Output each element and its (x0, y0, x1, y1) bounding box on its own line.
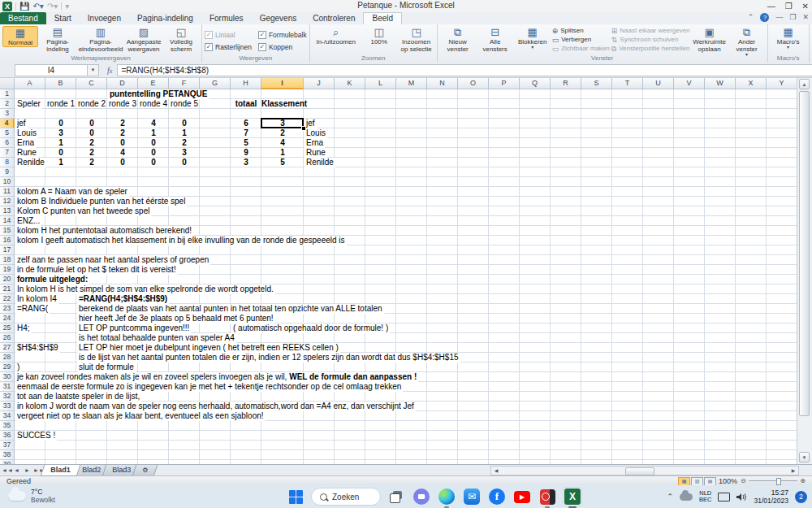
in-uitzoomen-button[interactable]: ⌕In-/uitzoomen (313, 26, 360, 46)
cell-A2[interactable]: Speler (15, 99, 42, 109)
weather-widget[interactable]: 7°C Bewolkt (8, 488, 55, 504)
insert-function-icon[interactable]: fx (107, 66, 112, 75)
cell-A19[interactable]: in de formule let op het $ teken dit is … (15, 265, 178, 275)
column-header-B[interactable]: B (45, 78, 76, 89)
row-header-10[interactable]: 10 (0, 177, 15, 187)
selected-cell-outline[interactable] (261, 118, 304, 128)
column-header-O[interactable]: O (458, 78, 489, 89)
search-box[interactable]: Zoeken (311, 488, 381, 506)
column-header-K[interactable]: K (335, 78, 365, 89)
tab-formules[interactable]: Formules (201, 12, 252, 24)
synchroon-schuiven-button[interactable]: ⇅Synchroon schuiven (611, 36, 690, 44)
row-header-27[interactable]: 27 (0, 343, 15, 353)
speaker-icon[interactable] (736, 493, 747, 501)
row-header-15[interactable]: 15 (0, 226, 15, 236)
zichtbaar-maken-button[interactable]: ▭Zichtbaar maken (552, 45, 610, 53)
column-header-V[interactable]: V (674, 78, 705, 89)
cell-A6[interactable]: Erna (15, 138, 36, 148)
naast-elkaar-weergeven-button[interactable]: ⊞Naast elkaar weergeven (611, 27, 690, 35)
cell-F7[interactable]: 3 (169, 148, 200, 158)
cell-F8[interactable]: 0 (169, 158, 200, 167)
checkbox-koppen[interactable]: ✓Koppen (258, 41, 307, 53)
column-header-C[interactable]: C (76, 78, 107, 89)
horizontal-scroll-thumb[interactable] (625, 467, 654, 475)
cell-E4[interactable]: 4 (138, 119, 169, 128)
youtube-button[interactable]: ▶ (512, 487, 532, 506)
cell-A22[interactable]: In kolom I4 (15, 294, 58, 304)
splitsen-button[interactable]: ⊕Splitsen (552, 27, 610, 35)
cell-E8[interactable]: 0 (138, 158, 169, 167)
sheet-tab-blad1[interactable]: Blad1 (41, 465, 80, 476)
row-header-1[interactable]: 1 (0, 89, 15, 99)
vensterpositie-herstellen-button[interactable]: ⧉Vensterpositie herstellen (611, 45, 690, 53)
cell-C2[interactable]: ronde 2 (76, 99, 107, 109)
blokkeren-button[interactable]: ▦Blokkeren▾ (515, 26, 551, 50)
row-header-32[interactable]: 32 (0, 392, 15, 402)
cell-A21[interactable]: In kolom H is het simpel de som van elke… (15, 284, 275, 294)
row-header-24[interactable]: 24 (0, 314, 15, 323)
horizontal-scrollbar[interactable]: ◀ ▶ (490, 466, 799, 475)
aangepaste-weergaven-button[interactable]: ▨Aangepaste weergaven (126, 26, 162, 53)
cell-J5[interactable]: Louis (304, 128, 327, 138)
workbook-minimize-icon[interactable]: — (775, 13, 783, 22)
column-header-W[interactable]: W (705, 78, 736, 89)
cell-A4[interactable]: jef (15, 119, 28, 128)
cell-F6[interactable]: 2 (169, 138, 200, 148)
cell-I5[interactable]: 2 (261, 128, 304, 138)
cell-C22[interactable]: =RANG(H4;$H$4:$H$9) (77, 294, 169, 304)
column-header-P[interactable]: P (489, 78, 520, 89)
cell-I8[interactable]: 5 (261, 158, 304, 167)
cell-E2[interactable]: ronde 4 (138, 99, 169, 109)
cell-H7[interactable]: 9 (231, 148, 261, 158)
cell-H4[interactable]: 6 (231, 119, 261, 128)
cell-I6[interactable]: 4 (261, 138, 304, 148)
row-header-21[interactable]: 21 (0, 284, 15, 294)
row-header-8[interactable]: 8 (0, 158, 15, 167)
cell-A18[interactable]: zelf aan te passen naar het aantal spele… (15, 255, 210, 265)
row-header-22[interactable]: 22 (0, 294, 15, 304)
cell-D1[interactable]: puntentelling PETANQUE (108, 89, 209, 99)
cell-C24[interactable]: hier heeft Jef de 3e plaats op 5 behaald… (77, 314, 275, 323)
column-header-I[interactable]: I (261, 78, 304, 89)
scroll-right-icon[interactable]: ▶ (788, 467, 798, 475)
scroll-left-icon[interactable]: ◀ (491, 467, 501, 475)
row-header-20[interactable]: 20 (0, 275, 15, 284)
cell-H6[interactable]: 5 (231, 138, 261, 148)
tab-gegevens[interactable]: Gegevens (252, 12, 305, 24)
cell-F5[interactable]: 1 (169, 128, 200, 138)
sheet-nav-buttons[interactable]: ◄◄ ◄ ► ►► (2, 466, 42, 475)
row-header-3[interactable]: 3 (0, 109, 15, 119)
cell-E7[interactable]: 0 (138, 148, 169, 158)
cell-D5[interactable]: 2 (107, 128, 138, 138)
keyboard-language[interactable]: NLD BEC (699, 490, 711, 503)
cell-A34[interactable]: vergeet niet op te slaan als je klaar be… (15, 411, 266, 421)
checkbox-rasterlijnen[interactable]: ✓Rasterlijnen (205, 41, 252, 53)
restore-button[interactable]: ❐ (785, 0, 793, 12)
cell-A20[interactable]: formule uitgelegd: (15, 275, 89, 284)
column-header-M[interactable]: M (396, 78, 427, 89)
scroll-up-icon[interactable]: ▲ (799, 79, 810, 89)
inzoomen-op-selectie-button[interactable]: ◳Inzoomen op selectie (399, 26, 434, 53)
row-header-29[interactable]: 29 (0, 363, 15, 372)
onedrive-cloud-icon[interactable] (680, 493, 693, 501)
cell-A5[interactable]: Louis (15, 128, 38, 138)
cell-C25[interactable]: LET OP puntcomma ingeven!!! (77, 323, 191, 333)
row-header-5[interactable]: 5 (0, 128, 15, 138)
cell-D8[interactable]: 0 (107, 158, 138, 167)
cell-I7[interactable]: 1 (261, 148, 304, 158)
zoom-slider-thumb[interactable] (776, 478, 781, 485)
cell-J8[interactable]: Renilde (304, 158, 335, 167)
row-header-13[interactable]: 13 (0, 206, 15, 216)
tab-pagina-indeling[interactable]: Pagina-indeling (129, 12, 201, 24)
cell-A32[interactable]: tot aan de laatste speler in de lijst, (15, 392, 141, 402)
cell-A12[interactable]: kolom B Individuele punten van het éérst… (15, 197, 187, 206)
vertical-scrollbar[interactable]: ▲ ▼ (797, 78, 812, 464)
column-header-J[interactable]: J (304, 78, 335, 89)
cell-H25[interactable]: ( automatisch opgehaald door de formule!… (231, 323, 390, 333)
network-icon[interactable] (718, 493, 730, 501)
row-header-34[interactable]: 34 (0, 411, 15, 421)
tab-start[interactable]: Start (46, 12, 80, 24)
row-header-37[interactable]: 37 (0, 441, 15, 450)
cell-A23[interactable]: =RANG( (15, 304, 50, 314)
tab-bestand[interactable]: Bestand (0, 12, 46, 24)
